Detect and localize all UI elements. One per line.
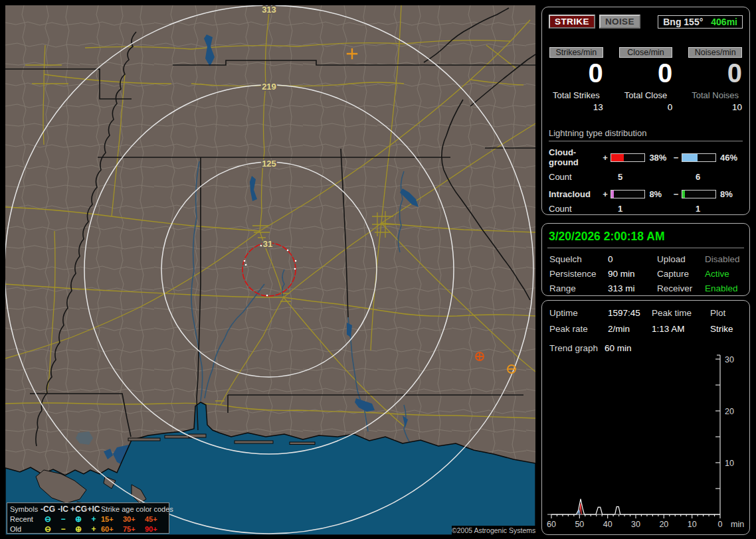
minus-sign: − [672, 153, 680, 163]
svg-text:20: 20 [725, 407, 734, 416]
svg-text:10: 10 [688, 520, 697, 529]
svg-text:30: 30 [631, 520, 640, 529]
svg-text:40: 40 [603, 520, 613, 529]
cloud-ground-row: Cloud-ground + 38% − 46% [549, 147, 743, 167]
svg-text:50: 50 [575, 520, 584, 529]
lightning-distribution: Lightning type distribution Cloud-ground… [547, 128, 744, 214]
receiver-label: Receiver [657, 283, 705, 293]
svg-text:0: 0 [718, 520, 723, 529]
total-strikes-label: Total Strikes [549, 90, 603, 100]
old-ic-neg-icon: − [56, 524, 70, 534]
strike-button[interactable]: STRIKE [549, 15, 595, 29]
bearing-label: Bng 155° [663, 17, 703, 27]
intracloud-count-row: Count 1 1 [549, 204, 743, 214]
squelch-label: Squelch [549, 254, 608, 264]
legend-col-ic-neg: -IC [56, 504, 70, 514]
cg-positive-pct: 38% [646, 153, 672, 163]
cg-negative-bar [682, 153, 716, 162]
recent-cg-neg-icon: ⊖ [40, 514, 56, 524]
capture-status: Active [705, 269, 742, 279]
cg-positive-count: 5 [618, 172, 696, 182]
age-15: 15+ [101, 515, 123, 524]
trend-panel: Uptime 1597:45 Peak time Plot Peak rate … [541, 300, 750, 535]
squelch-value: 0 [608, 254, 657, 264]
legend-symbols-header: Symbols [10, 505, 40, 514]
svg-text:min: min [731, 520, 744, 529]
ic-positive-count: 1 [618, 204, 696, 214]
count-label: Count [549, 204, 607, 214]
svg-text:60: 60 [547, 520, 556, 529]
age-90: 90+ [145, 525, 165, 534]
cg-negative-count: 6 [696, 172, 700, 182]
distribution-title: Lightning type distribution [549, 128, 743, 141]
plot-label: Plot [710, 308, 742, 318]
old-cg-pos-icon: ⊕ [70, 524, 86, 534]
intracloud-label: Intracloud [549, 189, 601, 199]
total-strikes-value: 13 [549, 102, 603, 112]
plot-mode-value: Strike [710, 324, 742, 334]
upload-status: Disabled [705, 254, 742, 264]
ring-label-125: 125 [262, 159, 276, 169]
bearing-range-value: 406mi [711, 17, 737, 27]
age-45: 45+ [145, 515, 165, 524]
map-legend: Symbols -CG -IC +CG +IC Strike age color… [7, 502, 169, 534]
datetime-display: 3/20/2026 2:00:18 AM [547, 229, 744, 248]
status-grid: Squelch 0 Upload Disabled Persistence 90… [547, 254, 744, 293]
recent-ic-pos-icon: + [86, 514, 101, 524]
noises-column: Noises/min 0 Total Noises 10 [688, 47, 742, 112]
upload-label: Upload [657, 254, 705, 264]
minus-sign: − [672, 189, 680, 199]
lightning-map[interactable]: 31 125 219 313 [5, 5, 535, 535]
ring-label-219: 219 [262, 82, 276, 92]
legend-col-cg-pos: +CG [70, 504, 86, 514]
rate-counters: Strikes/min 0 Total Strikes 13 Close/min… [547, 47, 744, 112]
persistence-label: Persistence [549, 269, 608, 279]
recent-ic-neg-icon: − [56, 514, 70, 524]
trend-graph: 1020300102030405060min [545, 348, 748, 532]
legend-col-ic-pos: +IC [86, 504, 101, 514]
plus-sign: + [601, 153, 610, 163]
legend-age-header: Strike age color codes [101, 505, 165, 514]
ic-positive-pct: 8% [646, 189, 672, 199]
bearing-display: Bng 155° 406mi [658, 15, 743, 29]
peak-time-value: 1:13 AM [652, 324, 710, 334]
ic-negative-bar [682, 190, 716, 198]
old-cg-neg-icon: ⊖ [40, 524, 56, 534]
svg-text:10: 10 [725, 459, 734, 468]
cg-negative-pct: 46% [717, 153, 743, 163]
total-close-label: Total Close [619, 90, 673, 100]
total-close-value: 0 [619, 102, 673, 112]
capture-label: Capture [657, 269, 705, 279]
noises-per-min-chip: Noises/min [688, 47, 742, 58]
legend-recent-label: Recent [10, 515, 40, 524]
strikes-column: Strikes/min 0 Total Strikes 13 [549, 47, 603, 112]
age-30: 30+ [123, 515, 145, 524]
total-noises-value: 10 [688, 102, 742, 112]
noises-per-min-value: 0 [688, 60, 742, 86]
close-column: Close/min 0 Total Close 0 [619, 47, 673, 112]
svg-text:30: 30 [725, 355, 734, 364]
system-status-panel: 3/20/2026 2:00:18 AM Squelch 0 Upload Di… [541, 223, 750, 296]
strike-stats-panel: STRIKE NOISE Bng 155° 406mi Strikes/min … [541, 7, 750, 215]
cloud-ground-count-row: Count 5 6 [549, 172, 743, 182]
peak-rate-label: Peak rate [549, 324, 608, 334]
strikes-per-min-chip: Strikes/min [549, 47, 603, 58]
copyright-label: ©2005 Astrogenic Systems [452, 526, 535, 535]
uptime-value: 1597:45 [608, 308, 652, 318]
close-per-min-value: 0 [619, 60, 673, 86]
recent-cg-pos-icon: ⊕ [70, 514, 86, 524]
age-60: 60+ [101, 525, 123, 534]
ic-negative-pct: 8% [717, 189, 743, 199]
ic-positive-bar [611, 190, 645, 198]
uptime-label: Uptime [549, 308, 608, 318]
noise-button[interactable]: NOISE [599, 15, 640, 29]
count-label: Count [549, 172, 607, 182]
total-noises-label: Total Noises [688, 90, 742, 100]
strikes-per-min-value: 0 [549, 60, 603, 86]
strike-marker-cg-positive [476, 352, 484, 360]
range-label: Range [549, 283, 608, 293]
uptime-grid: Uptime 1597:45 Peak time Plot Peak rate … [547, 306, 744, 334]
legend-col-cg-neg: -CG [40, 504, 56, 514]
peak-time-label: Peak time [652, 308, 710, 318]
legend-old-label: Old [10, 525, 40, 534]
